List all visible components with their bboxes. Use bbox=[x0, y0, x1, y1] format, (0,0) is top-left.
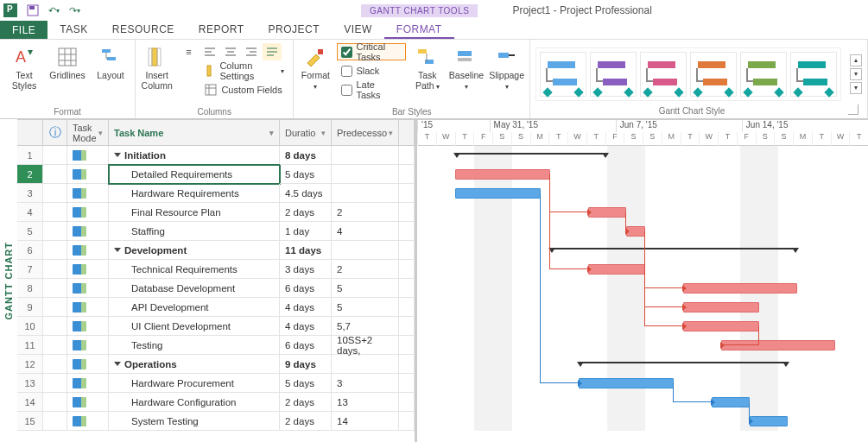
row-number[interactable]: 9 bbox=[17, 298, 43, 317]
late-tasks-checkbox[interactable]: Late Tasks bbox=[337, 81, 405, 98]
task-mode-cell[interactable] bbox=[67, 336, 109, 355]
predecessors-cell[interactable]: 3 bbox=[332, 374, 399, 393]
info-cell[interactable] bbox=[43, 355, 67, 374]
duration-cell[interactable]: 6 days bbox=[280, 336, 332, 355]
duration-cell[interactable]: 2 days bbox=[280, 393, 332, 412]
gallery-more-icon[interactable]: ▾ bbox=[850, 82, 862, 94]
late-tasks-input[interactable] bbox=[341, 85, 352, 96]
info-cell[interactable] bbox=[43, 336, 67, 355]
duration-cell[interactable]: 9 days bbox=[280, 355, 332, 374]
task-name-cell[interactable]: Hardware Procurement bbox=[109, 374, 280, 393]
rownum-header[interactable] bbox=[17, 120, 43, 146]
predecessors-header[interactable]: Predecesso▾ bbox=[332, 120, 399, 146]
task-name-cell[interactable]: UI Client Development bbox=[109, 317, 280, 336]
info-cell[interactable] bbox=[43, 241, 67, 260]
task-grid[interactable]: 123456789101112131415 ⓘ Task Mode▾ Task … bbox=[17, 119, 415, 442]
add-cell[interactable] bbox=[399, 260, 415, 279]
add-column-header[interactable] bbox=[399, 120, 415, 146]
task-mode-cell[interactable] bbox=[67, 260, 109, 279]
info-cell[interactable] bbox=[43, 146, 67, 165]
task-name-cell[interactable]: API Development bbox=[109, 298, 280, 317]
style-swatch[interactable] bbox=[540, 52, 586, 97]
add-cell[interactable] bbox=[399, 393, 415, 412]
task-name-cell[interactable]: Operations bbox=[109, 355, 280, 374]
duration-cell[interactable]: 2 days bbox=[280, 412, 332, 431]
duration-cell[interactable]: 3 days bbox=[280, 260, 332, 279]
critical-task-bar[interactable] bbox=[455, 169, 550, 180]
info-header[interactable]: ⓘ bbox=[43, 120, 67, 146]
row-number[interactable]: 4 bbox=[17, 203, 43, 222]
tab-task[interactable]: TASK bbox=[48, 21, 99, 39]
row-number[interactable]: 1 bbox=[17, 146, 43, 165]
task-bar[interactable] bbox=[455, 188, 541, 199]
row-number[interactable]: 5 bbox=[17, 222, 43, 241]
row-number[interactable]: 3 bbox=[17, 184, 43, 203]
critical-task-bar[interactable] bbox=[683, 302, 759, 313]
predecessors-cell[interactable] bbox=[332, 184, 399, 203]
task-mode-cell[interactable] bbox=[67, 317, 109, 336]
info-cell[interactable] bbox=[43, 279, 67, 298]
row-number[interactable]: 2 bbox=[17, 165, 43, 184]
task-name-cell[interactable]: Technical Requirements bbox=[109, 260, 280, 279]
align-center-button[interactable] bbox=[221, 43, 240, 60]
critical-task-bar[interactable] bbox=[683, 321, 759, 332]
task-mode-cell[interactable] bbox=[67, 412, 109, 431]
row-number[interactable]: 13 bbox=[17, 374, 43, 393]
info-cell[interactable] bbox=[43, 298, 67, 317]
gridlines-button[interactable]: Gridlines bbox=[48, 43, 86, 81]
critical-task-bar[interactable] bbox=[588, 207, 626, 218]
task-mode-cell[interactable] bbox=[67, 241, 109, 260]
dialog-launcher-icon[interactable] bbox=[848, 104, 858, 115]
style-swatch[interactable] bbox=[690, 52, 737, 97]
duration-cell[interactable]: 1 day bbox=[280, 222, 332, 241]
wrap-text-button[interactable] bbox=[263, 43, 282, 60]
predecessors-cell[interactable] bbox=[332, 165, 399, 184]
align-left-button[interactable]: ≡ bbox=[178, 43, 199, 60]
duration-cell[interactable]: 4.5 days bbox=[280, 184, 332, 203]
row-number[interactable]: 7 bbox=[17, 260, 43, 279]
insert-column-button[interactable]: Insert Column bbox=[141, 43, 173, 91]
predecessors-cell[interactable]: 4 bbox=[332, 222, 399, 241]
tab-report[interactable]: REPORT bbox=[187, 21, 257, 39]
align-right-button[interactable] bbox=[242, 43, 261, 60]
info-cell[interactable] bbox=[43, 222, 67, 241]
task-path-button[interactable]: Task Path ▾ bbox=[411, 43, 444, 91]
tab-file[interactable]: FILE bbox=[0, 21, 48, 39]
task-mode-header[interactable]: Task Mode▾ bbox=[67, 120, 109, 146]
info-cell[interactable] bbox=[43, 165, 67, 184]
gantt-chart[interactable]: '15May 31, '15Jun 7, '15Jun 14, '15 TWTF… bbox=[415, 119, 868, 442]
predecessors-cell[interactable]: 14 bbox=[332, 412, 399, 431]
row-number[interactable]: 15 bbox=[17, 412, 43, 431]
task-name-cell[interactable]: Development bbox=[109, 241, 280, 260]
summary-bar[interactable] bbox=[455, 153, 607, 155]
duration-header[interactable]: Duratio▾ bbox=[280, 120, 332, 146]
task-bar[interactable] bbox=[579, 378, 674, 388]
add-cell[interactable] bbox=[399, 412, 415, 431]
task-mode-cell[interactable] bbox=[67, 146, 109, 165]
predecessors-cell[interactable]: 2 bbox=[332, 260, 399, 279]
duration-cell[interactable]: 8 days bbox=[280, 146, 332, 165]
task-name-cell[interactable]: Testing bbox=[109, 336, 280, 355]
task-mode-cell[interactable] bbox=[67, 279, 109, 298]
predecessors-cell[interactable] bbox=[332, 146, 399, 165]
style-swatch[interactable] bbox=[590, 52, 637, 97]
gallery-up-icon[interactable]: ▴ bbox=[850, 54, 862, 66]
task-mode-cell[interactable] bbox=[67, 203, 109, 222]
task-mode-cell[interactable] bbox=[67, 393, 109, 412]
info-cell[interactable] bbox=[43, 203, 67, 222]
critical-tasks-input[interactable] bbox=[341, 47, 352, 58]
task-mode-cell[interactable] bbox=[67, 298, 109, 317]
duration-cell[interactable]: 5 days bbox=[280, 374, 332, 393]
duration-cell[interactable]: 11 days bbox=[280, 241, 332, 260]
summary-bar[interactable] bbox=[579, 362, 788, 363]
task-name-cell[interactable]: Staffing bbox=[109, 222, 280, 241]
add-cell[interactable] bbox=[399, 165, 415, 184]
duration-cell[interactable]: 5 days bbox=[280, 165, 332, 184]
task-mode-cell[interactable] bbox=[67, 165, 109, 184]
predecessors-cell[interactable] bbox=[332, 241, 399, 260]
add-cell[interactable] bbox=[399, 184, 415, 203]
critical-tasks-checkbox[interactable]: Critical Tasks bbox=[337, 43, 405, 60]
predecessors-cell[interactable]: 5 bbox=[332, 298, 399, 317]
row-number[interactable]: 14 bbox=[17, 393, 43, 412]
predecessors-cell[interactable]: 2 bbox=[332, 203, 399, 222]
